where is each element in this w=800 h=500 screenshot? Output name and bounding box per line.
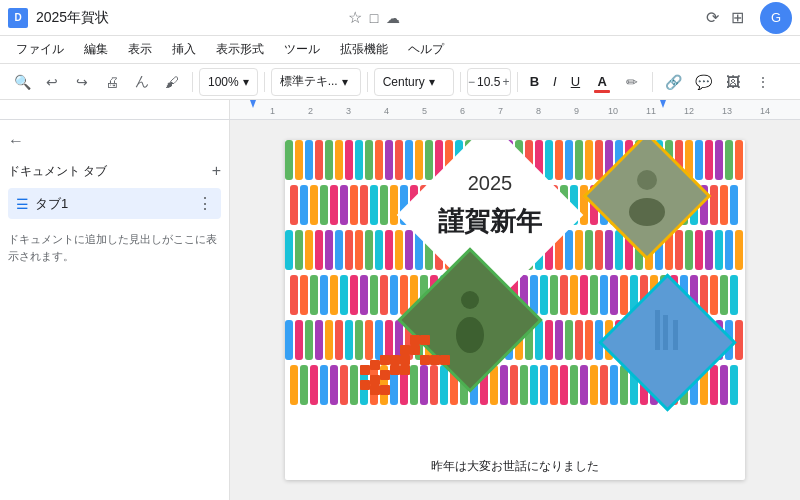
svg-rect-68 (330, 185, 338, 225)
style-dropdown[interactable]: 標準テキ... ▾ (271, 68, 361, 96)
tab-label: タブ1 (35, 195, 68, 213)
menu-insert[interactable]: 挿入 (164, 37, 204, 62)
svg-text:7: 7 (498, 106, 503, 116)
svg-text:3: 3 (346, 106, 351, 116)
svg-rect-61 (715, 140, 723, 180)
svg-text:5: 5 (422, 106, 427, 116)
drive-icon: □ (370, 10, 378, 26)
svg-rect-162 (360, 275, 368, 315)
underline-button[interactable]: U (565, 68, 586, 96)
svg-rect-18 (285, 140, 293, 180)
tab-left: ☰ タブ1 (16, 195, 68, 213)
tab-more-button[interactable]: ⋮ (197, 194, 213, 213)
svg-text:13: 13 (722, 106, 732, 116)
svg-rect-117 (365, 230, 373, 270)
svg-rect-46 (565, 140, 573, 180)
menu-tools[interactable]: ツール (276, 37, 328, 62)
highlight-button[interactable]: ✏ (618, 68, 646, 96)
svg-rect-315 (430, 355, 440, 365)
image-button[interactable]: 🖼 (719, 68, 747, 96)
svg-rect-226 (545, 320, 553, 360)
svg-rect-275 (580, 365, 588, 405)
font-dropdown[interactable]: Century ▾ (374, 68, 454, 96)
menu-file[interactable]: ファイル (8, 37, 72, 62)
svg-rect-72 (370, 185, 378, 225)
link-button[interactable]: 🔗 (659, 68, 687, 96)
svg-text:10: 10 (608, 106, 618, 116)
menu-edit[interactable]: 編集 (76, 37, 116, 62)
svg-rect-305 (663, 315, 668, 350)
svg-rect-312 (410, 345, 420, 355)
svg-rect-276 (590, 365, 598, 405)
svg-rect-64 (290, 185, 298, 225)
svg-rect-47 (575, 140, 583, 180)
history-icon[interactable]: ⟳ (706, 8, 719, 27)
grid-icon[interactable]: ⊞ (731, 8, 744, 27)
svg-rect-112 (315, 230, 323, 270)
svg-point-300 (461, 291, 479, 309)
svg-rect-258 (410, 365, 418, 405)
svg-rect-200 (285, 320, 293, 360)
svg-text:4: 4 (384, 106, 389, 116)
svg-rect-109 (285, 230, 293, 270)
svg-rect-272 (550, 365, 558, 405)
spellcheck-button[interactable]: ん (128, 68, 156, 96)
svg-rect-250 (330, 365, 338, 405)
svg-rect-155 (290, 275, 298, 315)
zoom-dropdown[interactable]: 100% ▾ (199, 68, 258, 96)
title-bar: D 2025年賀状 ☆ □ ☁ ⟳ ⊞ G (0, 0, 800, 36)
svg-rect-245 (735, 320, 743, 360)
svg-rect-247 (300, 365, 308, 405)
svg-rect-28 (385, 140, 393, 180)
text-color-button[interactable]: A (588, 68, 616, 96)
svg-rect-210 (385, 320, 393, 360)
svg-rect-201 (295, 320, 303, 360)
undo-button[interactable]: ↩ (38, 68, 66, 96)
avatar[interactable]: G (760, 2, 792, 34)
svg-rect-25 (355, 140, 363, 180)
svg-rect-138 (575, 230, 583, 270)
font-size-increase[interactable]: + (502, 75, 509, 89)
svg-rect-29 (395, 140, 403, 180)
card-message-line2: 今年もよろしくお願いします (345, 478, 685, 480)
svg-rect-62 (725, 140, 733, 180)
svg-rect-48 (585, 140, 593, 180)
menu-help[interactable]: ヘルプ (400, 37, 452, 62)
menu-view[interactable]: 表示 (120, 37, 160, 62)
svg-rect-45 (555, 140, 563, 180)
svg-rect-229 (575, 320, 583, 360)
divider-2 (264, 72, 265, 92)
italic-button[interactable]: I (547, 68, 563, 96)
svg-rect-161 (350, 275, 358, 315)
menu-extensions[interactable]: 拡張機能 (332, 37, 396, 62)
svg-rect-111 (305, 230, 313, 270)
bold-button[interactable]: B (524, 68, 545, 96)
svg-rect-60 (705, 140, 713, 180)
svg-rect-159 (330, 275, 338, 315)
svg-rect-248 (310, 365, 318, 405)
svg-rect-160 (340, 275, 348, 315)
search-button[interactable]: 🔍 (8, 68, 36, 96)
menu-format[interactable]: 表示形式 (208, 37, 272, 62)
paint-format-button[interactable]: 🖌 (158, 68, 186, 96)
svg-rect-73 (380, 185, 388, 225)
svg-rect-150 (695, 230, 703, 270)
svg-rect-252 (350, 365, 358, 405)
sidebar-back-button[interactable]: ← (8, 132, 24, 150)
sidebar-tab-item-1[interactable]: ☰ タブ1 ⋮ (8, 188, 221, 219)
print-button[interactable]: 🖨 (98, 68, 126, 96)
svg-rect-309 (400, 345, 410, 355)
more-options-button[interactable]: ⋮ (749, 68, 777, 96)
svg-rect-107 (720, 185, 728, 225)
font-size-decrease[interactable]: − (468, 75, 475, 89)
svg-rect-228 (565, 320, 573, 360)
svg-rect-121 (405, 230, 413, 270)
document-area[interactable]: 2025 謹賀新年 (230, 120, 800, 500)
redo-button[interactable]: ↪ (68, 68, 96, 96)
svg-rect-69 (340, 185, 348, 225)
comment-button[interactable]: 💬 (689, 68, 717, 96)
sidebar-add-button[interactable]: + (212, 162, 221, 180)
svg-rect-165 (390, 275, 398, 315)
star-button[interactable]: ☆ (348, 8, 362, 27)
svg-rect-249 (320, 365, 328, 405)
